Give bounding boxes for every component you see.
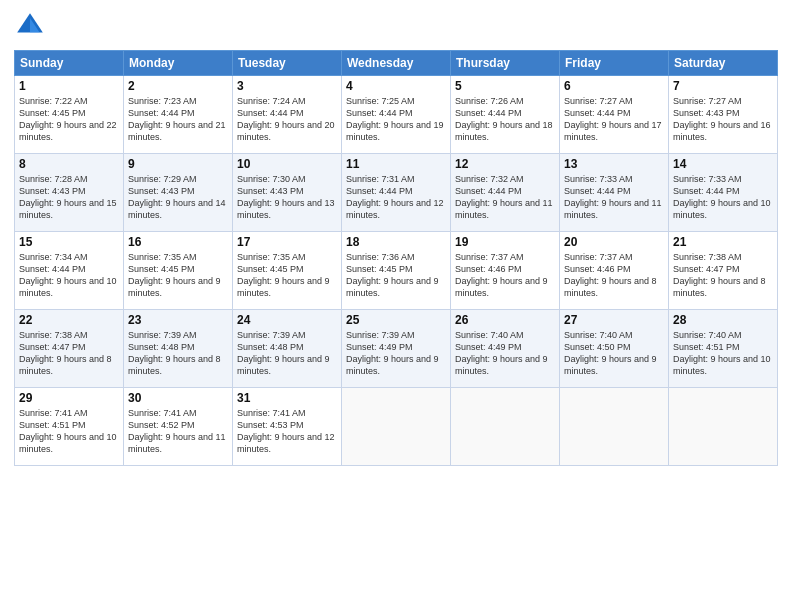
day-of-week-monday: Monday bbox=[124, 51, 233, 76]
day-number: 17 bbox=[237, 235, 337, 249]
calendar-cell: 24Sunrise: 7:39 AMSunset: 4:48 PMDayligh… bbox=[233, 310, 342, 388]
logo-icon bbox=[14, 10, 46, 42]
cell-info: Sunrise: 7:22 AMSunset: 4:45 PMDaylight:… bbox=[19, 95, 119, 144]
cell-info: Sunrise: 7:29 AMSunset: 4:43 PMDaylight:… bbox=[128, 173, 228, 222]
day-number: 28 bbox=[673, 313, 773, 327]
day-number: 8 bbox=[19, 157, 119, 171]
calendar-cell: 15Sunrise: 7:34 AMSunset: 4:44 PMDayligh… bbox=[15, 232, 124, 310]
calendar-header: SundayMondayTuesdayWednesdayThursdayFrid… bbox=[15, 51, 778, 76]
day-number: 24 bbox=[237, 313, 337, 327]
day-number: 2 bbox=[128, 79, 228, 93]
calendar-cell: 7Sunrise: 7:27 AMSunset: 4:43 PMDaylight… bbox=[669, 76, 778, 154]
day-of-week-saturday: Saturday bbox=[669, 51, 778, 76]
calendar-cell: 2Sunrise: 7:23 AMSunset: 4:44 PMDaylight… bbox=[124, 76, 233, 154]
cell-info: Sunrise: 7:34 AMSunset: 4:44 PMDaylight:… bbox=[19, 251, 119, 300]
cell-info: Sunrise: 7:25 AMSunset: 4:44 PMDaylight:… bbox=[346, 95, 446, 144]
cell-info: Sunrise: 7:35 AMSunset: 4:45 PMDaylight:… bbox=[237, 251, 337, 300]
day-number: 12 bbox=[455, 157, 555, 171]
day-of-week-friday: Friday bbox=[560, 51, 669, 76]
cell-info: Sunrise: 7:23 AMSunset: 4:44 PMDaylight:… bbox=[128, 95, 228, 144]
calendar-cell: 21Sunrise: 7:38 AMSunset: 4:47 PMDayligh… bbox=[669, 232, 778, 310]
calendar-cell: 6Sunrise: 7:27 AMSunset: 4:44 PMDaylight… bbox=[560, 76, 669, 154]
cell-info: Sunrise: 7:33 AMSunset: 4:44 PMDaylight:… bbox=[564, 173, 664, 222]
cell-info: Sunrise: 7:37 AMSunset: 4:46 PMDaylight:… bbox=[564, 251, 664, 300]
calendar-cell: 23Sunrise: 7:39 AMSunset: 4:48 PMDayligh… bbox=[124, 310, 233, 388]
week-row-4: 22Sunrise: 7:38 AMSunset: 4:47 PMDayligh… bbox=[15, 310, 778, 388]
days-of-week-row: SundayMondayTuesdayWednesdayThursdayFrid… bbox=[15, 51, 778, 76]
calendar-cell: 18Sunrise: 7:36 AMSunset: 4:45 PMDayligh… bbox=[342, 232, 451, 310]
cell-info: Sunrise: 7:36 AMSunset: 4:45 PMDaylight:… bbox=[346, 251, 446, 300]
day-of-week-sunday: Sunday bbox=[15, 51, 124, 76]
cell-info: Sunrise: 7:27 AMSunset: 4:44 PMDaylight:… bbox=[564, 95, 664, 144]
cell-info: Sunrise: 7:39 AMSunset: 4:48 PMDaylight:… bbox=[237, 329, 337, 378]
day-number: 13 bbox=[564, 157, 664, 171]
cell-info: Sunrise: 7:41 AMSunset: 4:53 PMDaylight:… bbox=[237, 407, 337, 456]
calendar-cell: 19Sunrise: 7:37 AMSunset: 4:46 PMDayligh… bbox=[451, 232, 560, 310]
day-number: 27 bbox=[564, 313, 664, 327]
calendar-cell: 12Sunrise: 7:32 AMSunset: 4:44 PMDayligh… bbox=[451, 154, 560, 232]
calendar-cell: 10Sunrise: 7:30 AMSunset: 4:43 PMDayligh… bbox=[233, 154, 342, 232]
cell-info: Sunrise: 7:32 AMSunset: 4:44 PMDaylight:… bbox=[455, 173, 555, 222]
cell-info: Sunrise: 7:30 AMSunset: 4:43 PMDaylight:… bbox=[237, 173, 337, 222]
day-number: 14 bbox=[673, 157, 773, 171]
calendar-cell: 4Sunrise: 7:25 AMSunset: 4:44 PMDaylight… bbox=[342, 76, 451, 154]
cell-info: Sunrise: 7:37 AMSunset: 4:46 PMDaylight:… bbox=[455, 251, 555, 300]
cell-info: Sunrise: 7:40 AMSunset: 4:50 PMDaylight:… bbox=[564, 329, 664, 378]
calendar-cell: 3Sunrise: 7:24 AMSunset: 4:44 PMDaylight… bbox=[233, 76, 342, 154]
day-number: 20 bbox=[564, 235, 664, 249]
day-number: 26 bbox=[455, 313, 555, 327]
logo-area bbox=[14, 10, 50, 42]
day-number: 15 bbox=[19, 235, 119, 249]
cell-info: Sunrise: 7:38 AMSunset: 4:47 PMDaylight:… bbox=[19, 329, 119, 378]
calendar-cell: 26Sunrise: 7:40 AMSunset: 4:49 PMDayligh… bbox=[451, 310, 560, 388]
calendar-cell bbox=[669, 388, 778, 466]
day-number: 22 bbox=[19, 313, 119, 327]
cell-info: Sunrise: 7:31 AMSunset: 4:44 PMDaylight:… bbox=[346, 173, 446, 222]
day-number: 11 bbox=[346, 157, 446, 171]
cell-info: Sunrise: 7:24 AMSunset: 4:44 PMDaylight:… bbox=[237, 95, 337, 144]
day-number: 23 bbox=[128, 313, 228, 327]
day-number: 7 bbox=[673, 79, 773, 93]
calendar-body: 1Sunrise: 7:22 AMSunset: 4:45 PMDaylight… bbox=[15, 76, 778, 466]
day-number: 31 bbox=[237, 391, 337, 405]
cell-info: Sunrise: 7:41 AMSunset: 4:51 PMDaylight:… bbox=[19, 407, 119, 456]
week-row-1: 1Sunrise: 7:22 AMSunset: 4:45 PMDaylight… bbox=[15, 76, 778, 154]
week-row-2: 8Sunrise: 7:28 AMSunset: 4:43 PMDaylight… bbox=[15, 154, 778, 232]
cell-info: Sunrise: 7:38 AMSunset: 4:47 PMDaylight:… bbox=[673, 251, 773, 300]
calendar-cell: 31Sunrise: 7:41 AMSunset: 4:53 PMDayligh… bbox=[233, 388, 342, 466]
calendar-cell: 28Sunrise: 7:40 AMSunset: 4:51 PMDayligh… bbox=[669, 310, 778, 388]
day-of-week-wednesday: Wednesday bbox=[342, 51, 451, 76]
day-number: 18 bbox=[346, 235, 446, 249]
calendar-cell bbox=[560, 388, 669, 466]
day-number: 25 bbox=[346, 313, 446, 327]
cell-info: Sunrise: 7:35 AMSunset: 4:45 PMDaylight:… bbox=[128, 251, 228, 300]
day-number: 4 bbox=[346, 79, 446, 93]
calendar-cell bbox=[451, 388, 560, 466]
calendar-cell: 5Sunrise: 7:26 AMSunset: 4:44 PMDaylight… bbox=[451, 76, 560, 154]
day-of-week-thursday: Thursday bbox=[451, 51, 560, 76]
cell-info: Sunrise: 7:39 AMSunset: 4:49 PMDaylight:… bbox=[346, 329, 446, 378]
cell-info: Sunrise: 7:41 AMSunset: 4:52 PMDaylight:… bbox=[128, 407, 228, 456]
day-number: 30 bbox=[128, 391, 228, 405]
calendar-cell bbox=[342, 388, 451, 466]
calendar-cell: 14Sunrise: 7:33 AMSunset: 4:44 PMDayligh… bbox=[669, 154, 778, 232]
cell-info: Sunrise: 7:40 AMSunset: 4:51 PMDaylight:… bbox=[673, 329, 773, 378]
cell-info: Sunrise: 7:28 AMSunset: 4:43 PMDaylight:… bbox=[19, 173, 119, 222]
calendar-cell: 13Sunrise: 7:33 AMSunset: 4:44 PMDayligh… bbox=[560, 154, 669, 232]
calendar-cell: 11Sunrise: 7:31 AMSunset: 4:44 PMDayligh… bbox=[342, 154, 451, 232]
cell-info: Sunrise: 7:40 AMSunset: 4:49 PMDaylight:… bbox=[455, 329, 555, 378]
day-number: 5 bbox=[455, 79, 555, 93]
header bbox=[14, 10, 778, 42]
cell-info: Sunrise: 7:33 AMSunset: 4:44 PMDaylight:… bbox=[673, 173, 773, 222]
calendar-cell: 16Sunrise: 7:35 AMSunset: 4:45 PMDayligh… bbox=[124, 232, 233, 310]
week-row-3: 15Sunrise: 7:34 AMSunset: 4:44 PMDayligh… bbox=[15, 232, 778, 310]
day-number: 10 bbox=[237, 157, 337, 171]
day-number: 21 bbox=[673, 235, 773, 249]
calendar-cell: 8Sunrise: 7:28 AMSunset: 4:43 PMDaylight… bbox=[15, 154, 124, 232]
calendar-cell: 9Sunrise: 7:29 AMSunset: 4:43 PMDaylight… bbox=[124, 154, 233, 232]
day-number: 29 bbox=[19, 391, 119, 405]
calendar-cell: 27Sunrise: 7:40 AMSunset: 4:50 PMDayligh… bbox=[560, 310, 669, 388]
calendar-cell: 29Sunrise: 7:41 AMSunset: 4:51 PMDayligh… bbox=[15, 388, 124, 466]
page: SundayMondayTuesdayWednesdayThursdayFrid… bbox=[0, 0, 792, 612]
day-number: 16 bbox=[128, 235, 228, 249]
